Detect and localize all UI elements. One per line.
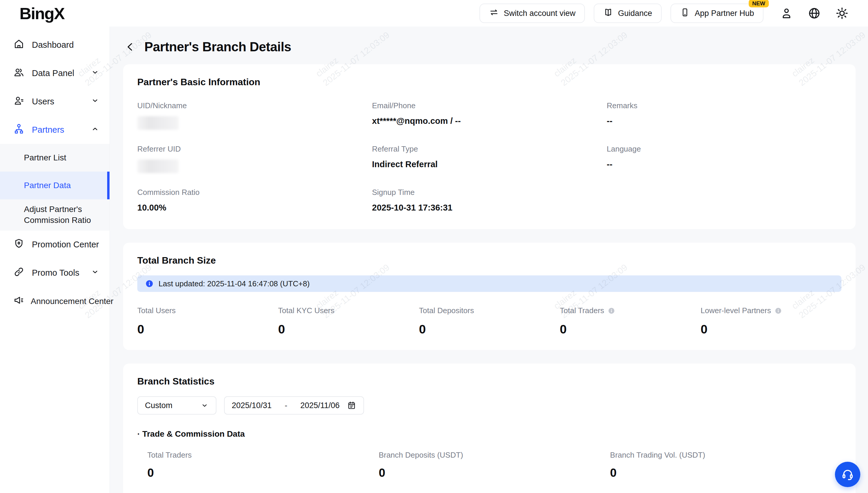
trade-commission-row-1: Total Traders 0 Branch Deposits (USDT) 0… (137, 451, 842, 479)
app-partner-hub-button[interactable]: App Partner Hub NEW (670, 3, 764, 23)
sidebar-item-promo-tools[interactable]: Promo Tools (0, 259, 109, 287)
new-badge: NEW (749, 0, 769, 7)
sidebar-item-label: Dashboard (32, 40, 74, 50)
stat-value: 0 (419, 322, 560, 337)
theme-sun-icon[interactable] (834, 6, 850, 21)
sidebar-item-partner-list[interactable]: Partner List (0, 144, 109, 172)
stat-branch-trading-vol: Branch Trading Vol. (USDT) 0 (610, 451, 842, 479)
sidebar-item-label: Promo Tools (32, 268, 79, 278)
range-preset-value: Custom (145, 401, 173, 410)
sidebar: Dashboard Data Panel Users Partners (0, 26, 110, 493)
chevron-down-icon (200, 401, 209, 410)
switch-account-view-button[interactable]: Switch account view (480, 3, 585, 23)
redacted-referrer-uid-value (137, 159, 179, 173)
account-icon[interactable] (779, 6, 794, 21)
date-range-input[interactable]: 2025/10/31 - 2025/11/06 (224, 396, 364, 414)
stat-total-users: Total Users 0 (137, 306, 278, 337)
field-referrer-uid: Referrer UID (137, 145, 372, 173)
stat-label: Total Users (137, 306, 176, 315)
chevron-down-icon (90, 68, 100, 79)
guidance-button[interactable]: Guidance (594, 3, 662, 23)
field-label: Referral Type (372, 145, 607, 154)
last-updated-banner: Last updated: 2025-11-04 16:47:08 (UTC+8… (137, 275, 842, 292)
stat-label: Total KYC Users (278, 306, 335, 315)
chevron-up-icon (90, 124, 100, 135)
field-language: Language -- (607, 145, 842, 173)
sidebar-item-label: Promotion Center (32, 240, 99, 250)
sidebar-item-partners[interactable]: Partners (0, 115, 109, 144)
stat-value: 0 (278, 322, 419, 337)
info-icon[interactable] (774, 307, 782, 315)
field-uid-nickname: UID/Nickname (137, 101, 372, 130)
support-chat-button[interactable] (835, 462, 860, 487)
sidebar-item-promotion-center[interactable]: Promotion Center (0, 231, 109, 259)
field-value: -- (607, 116, 842, 126)
page-title-row: Partner's Branch Details (124, 40, 855, 54)
basic-info-title: Partner's Basic Information (137, 77, 842, 88)
field-referral-type: Referral Type Indirect Referral (372, 145, 607, 173)
last-updated-text: Last updated: 2025-11-04 16:47:08 (UTC+8… (159, 279, 310, 288)
sidebar-item-users[interactable]: Users (0, 87, 109, 115)
stat-branch-deposits: Branch Deposits (USDT) 0 (379, 451, 610, 479)
total-branch-size-title: Total Branch Size (137, 255, 842, 266)
redacted-uid-value (137, 116, 179, 130)
chevron-down-icon (90, 96, 100, 107)
stat-total-depositors: Total Depositors 0 (419, 306, 560, 337)
link-icon (13, 266, 25, 280)
sidebar-item-adjust-commission-ratio[interactable]: Adjust Partner's Commission Ratio (0, 199, 109, 231)
field-value: 2025-10-31 17:36:31 (372, 203, 607, 213)
stat-label: Lower-level Partners (701, 306, 771, 315)
sidebar-item-dashboard[interactable]: Dashboard (0, 31, 109, 59)
field-label: UID/Nickname (137, 101, 372, 110)
date-start: 2025/10/31 (232, 401, 271, 410)
sidebar-item-data-panel[interactable]: Data Panel (0, 59, 109, 87)
field-label: Signup Time (372, 188, 607, 197)
partners-org-icon (13, 123, 25, 137)
stat-value: 0 (560, 322, 701, 337)
field-empty (607, 188, 842, 213)
stat-value: 0 (379, 466, 610, 479)
sidebar-item-label: Data Panel (32, 68, 75, 78)
field-signup-time: Signup Time 2025-10-31 17:36:31 (372, 188, 607, 213)
branch-size-stats: Total Users 0 Total KYC Users 0 Total De… (137, 306, 842, 337)
info-icon[interactable] (608, 307, 615, 315)
stat-value: 0 (610, 466, 842, 479)
field-email-phone: Email/Phone xt*****@nqmo.com / -- (372, 101, 607, 130)
sidebar-item-label: Partners (32, 125, 64, 135)
chevron-down-icon (90, 267, 100, 278)
stat-total-traders: Total Traders 0 (147, 451, 379, 479)
back-button[interactable] (124, 40, 137, 53)
stat-label: Branch Deposits (USDT) (379, 451, 463, 460)
home-icon (13, 38, 25, 52)
calendar-icon[interactable] (347, 401, 356, 410)
field-label: Commission Ratio (137, 188, 372, 197)
stat-total-traders: Total Traders 0 (560, 306, 701, 337)
partners-submenu: Partner List Partner Data Adjust Partner… (0, 144, 109, 231)
sub-item-label: Adjust Partner's Commission Ratio (24, 204, 98, 226)
top-header: BingX Switch account view Guidance App P… (0, 0, 868, 26)
sidebar-item-partner-data[interactable]: Partner Data (0, 172, 109, 199)
app-partner-hub-label: App Partner Hub (695, 9, 754, 18)
bingx-logo: BingX (19, 4, 64, 23)
date-end: 2025/11/06 (300, 401, 340, 410)
branch-statistics-card: Branch Statistics Custom 2025/10/31 - 20… (123, 364, 855, 493)
sidebar-item-announcement-center[interactable]: Announcement Center (0, 287, 109, 316)
stat-label: Branch Trading Vol. (USDT) (610, 451, 705, 460)
guidance-label: Guidance (618, 9, 652, 18)
basic-info-grid: UID/Nickname Email/Phone xt*****@nqmo.co… (137, 101, 842, 213)
language-globe-icon[interactable] (807, 6, 822, 21)
range-preset-select[interactable]: Custom (137, 396, 217, 414)
header-actions: Switch account view Guidance App Partner… (480, 3, 850, 23)
data-panel-icon (13, 66, 25, 80)
stat-label: Total Traders (147, 451, 191, 460)
sidebar-item-label: Announcement Center (31, 297, 113, 306)
switch-account-view-label: Switch account view (504, 9, 576, 18)
field-label: Language (607, 145, 842, 154)
stat-value: 0 (137, 322, 278, 337)
field-value: xt*****@nqmo.com / -- (372, 116, 607, 126)
page-title: Partner's Branch Details (144, 40, 291, 54)
stat-label: Total Depositors (419, 306, 474, 315)
megaphone-icon (13, 294, 25, 308)
info-icon (145, 279, 154, 288)
stat-value: 0 (147, 466, 379, 479)
